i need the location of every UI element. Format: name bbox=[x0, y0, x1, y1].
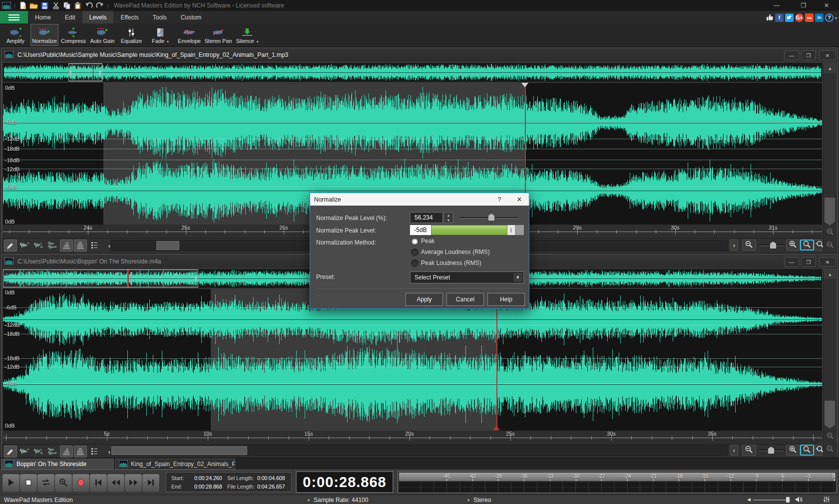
silence-button[interactable]: Silence ▾ bbox=[233, 24, 261, 46]
stop-button[interactable] bbox=[19, 474, 37, 493]
v-scrollbar-thumb-2[interactable] bbox=[825, 401, 835, 429]
envelope-button[interactable]: Envelope bbox=[175, 24, 203, 46]
ramp2-button[interactable] bbox=[74, 446, 87, 458]
ramp1-button[interactable] bbox=[60, 446, 73, 458]
zoom-in-button-2[interactable] bbox=[786, 445, 800, 456]
stereo-pan-button[interactable]: Stereo Pan bbox=[204, 24, 232, 46]
go-start-button[interactable] bbox=[89, 474, 107, 493]
window2-close-button[interactable]: ✕ bbox=[819, 257, 836, 267]
v-zoom-out-button-2[interactable] bbox=[825, 431, 835, 443]
peak-percent-slider-thumb[interactable] bbox=[488, 214, 494, 221]
tab-effects[interactable]: Effects bbox=[113, 11, 145, 23]
wave-wvr-button[interactable]: R bbox=[46, 446, 59, 458]
peak-level-bar[interactable] bbox=[431, 225, 507, 235]
auto-gain-button[interactable]: Auto Gain bbox=[88, 24, 116, 46]
tab-home[interactable]: Home bbox=[28, 11, 58, 23]
zoom-in-button-1[interactable] bbox=[786, 240, 800, 251]
tab-custom[interactable]: Custom bbox=[174, 11, 208, 23]
peak-percent-spinner[interactable]: ▲▼ bbox=[443, 212, 453, 223]
volume-slider-thumb[interactable] bbox=[786, 497, 790, 503]
peak-level-bar-handle[interactable]: ∥ bbox=[507, 225, 515, 235]
cut-icon[interactable] bbox=[51, 1, 60, 9]
pencil-button[interactable] bbox=[4, 446, 17, 458]
viewport-handle-right[interactable]: ∥ bbox=[99, 69, 101, 75]
scroll-right-button-2[interactable]: › bbox=[730, 445, 738, 456]
doc-tab-1[interactable]: Boppin' On The Shoreside bbox=[1, 459, 114, 470]
wave-wvr-button[interactable]: R bbox=[46, 240, 59, 252]
cancel-button[interactable]: Cancel bbox=[446, 293, 484, 306]
radio-peak-loudness-rms-[interactable] bbox=[411, 259, 419, 267]
radio-peak[interactable] bbox=[411, 238, 419, 245]
h-scrollbar-thumb-1[interactable] bbox=[156, 241, 179, 250]
go-end-button[interactable] bbox=[142, 474, 160, 493]
spin-down-icon[interactable]: ▼ bbox=[444, 218, 453, 223]
open-folder-icon[interactable] bbox=[29, 1, 38, 9]
waveform-canvas-2[interactable] bbox=[3, 289, 822, 431]
cursor-marker-bottom-2[interactable] bbox=[493, 426, 500, 430]
menu-button[interactable] bbox=[0, 11, 28, 23]
caret-icon[interactable]: ▾ bbox=[835, 14, 837, 20]
scroll-up-button-2[interactable]: ▲ bbox=[824, 270, 837, 279]
v-zoom-in-button-1[interactable] bbox=[825, 240, 835, 252]
undo-icon[interactable] bbox=[84, 1, 93, 9]
sample-rate-caret-icon[interactable]: ▾ bbox=[308, 498, 310, 503]
ramp1-button[interactable] bbox=[60, 240, 73, 252]
peak-level-value-box[interactable]: -5dB bbox=[410, 225, 431, 235]
like-icon[interactable] bbox=[766, 13, 774, 22]
v-scrollbar-thumb-1[interactable] bbox=[825, 198, 835, 226]
wave-lr-button[interactable]: LR bbox=[32, 446, 45, 458]
record-button[interactable] bbox=[72, 474, 90, 493]
overview-waveform-1[interactable] bbox=[3, 63, 822, 82]
window1-titlebar[interactable]: C:\Users\Public\Music\Sample Music\Sampl… bbox=[1, 48, 838, 61]
playback-cursor-2[interactable] bbox=[496, 289, 497, 431]
wave-plus-button[interactable]: + bbox=[18, 240, 31, 252]
v-zoom-in-button-2[interactable] bbox=[825, 444, 835, 456]
loop-button[interactable] bbox=[37, 474, 55, 493]
rewind-button[interactable] bbox=[107, 474, 125, 493]
zoom-slider-1[interactable] bbox=[759, 240, 784, 251]
zoom-selection-button-1[interactable] bbox=[800, 240, 814, 251]
time-ruler-2[interactable]: 5s10s15s20s25s30s35s bbox=[3, 431, 822, 444]
window1-minimize-button[interactable]: — bbox=[784, 50, 799, 60]
v-zoom-out-button-1[interactable] bbox=[825, 227, 835, 239]
scroll-up-button-1[interactable]: ▲ bbox=[824, 64, 837, 73]
googleplus-icon[interactable]: G+ bbox=[795, 13, 804, 22]
paste-icon[interactable] bbox=[73, 1, 82, 9]
sample-rate-value[interactable]: Sample Rate: 44100 bbox=[314, 497, 368, 504]
h-scrollbar-thumb-2[interactable] bbox=[111, 446, 247, 455]
wave-lr-button[interactable]: LR bbox=[32, 240, 45, 252]
linkedin-icon[interactable]: in bbox=[815, 13, 824, 22]
tab-tools[interactable]: Tools bbox=[146, 11, 174, 23]
channels-caret-icon[interactable]: ▾ bbox=[467, 498, 469, 503]
volume-slider[interactable] bbox=[753, 500, 790, 501]
compress-button[interactable]: Compress bbox=[59, 24, 87, 46]
radio-average-loudness-rms-[interactable] bbox=[411, 249, 419, 256]
viewport-handle-left[interactable]: ∥ bbox=[69, 69, 72, 75]
mixer-icon[interactable] bbox=[823, 496, 830, 504]
apply-button[interactable]: Apply bbox=[406, 293, 443, 306]
window1-maximize-button[interactable]: ❐ bbox=[801, 50, 816, 60]
redo-icon[interactable] bbox=[95, 1, 104, 9]
doc-tab-2[interactable]: King_of_Spain_Entropy_02_Animals_P bbox=[115, 459, 235, 470]
overview-viewport-1[interactable]: ∥ ∥ bbox=[68, 63, 102, 81]
scroll-right-button-1[interactable]: › bbox=[730, 240, 738, 251]
facebook-icon[interactable]: f bbox=[775, 13, 784, 22]
normalize-button[interactable]: Normalize bbox=[30, 24, 58, 46]
save-icon[interactable] bbox=[40, 1, 49, 9]
peak-percent-input[interactable]: 56.234 bbox=[410, 212, 443, 223]
help-icon[interactable]: ? bbox=[825, 13, 834, 22]
list-button[interactable] bbox=[88, 446, 101, 458]
amplify-button[interactable]: Amplify bbox=[1, 24, 29, 46]
viewport-handle-right[interactable]: ∥ bbox=[195, 275, 197, 281]
scrub-button[interactable] bbox=[54, 474, 72, 493]
tab-edit[interactable]: Edit bbox=[58, 11, 82, 23]
fast-forward-button[interactable] bbox=[124, 474, 142, 493]
window2-maximize-button[interactable]: ❐ bbox=[801, 257, 816, 267]
zoom-slider-2[interactable] bbox=[759, 445, 784, 456]
channels-value[interactable]: Stereo bbox=[473, 497, 491, 504]
dialog-help-button[interactable]: ? bbox=[491, 193, 508, 206]
app-maximize-button[interactable]: ❐ bbox=[796, 0, 811, 11]
window2-minimize-button[interactable]: — bbox=[784, 257, 799, 267]
list-button[interactable] bbox=[88, 240, 101, 252]
preset-select[interactable]: Select Preset ▼ bbox=[410, 271, 524, 283]
